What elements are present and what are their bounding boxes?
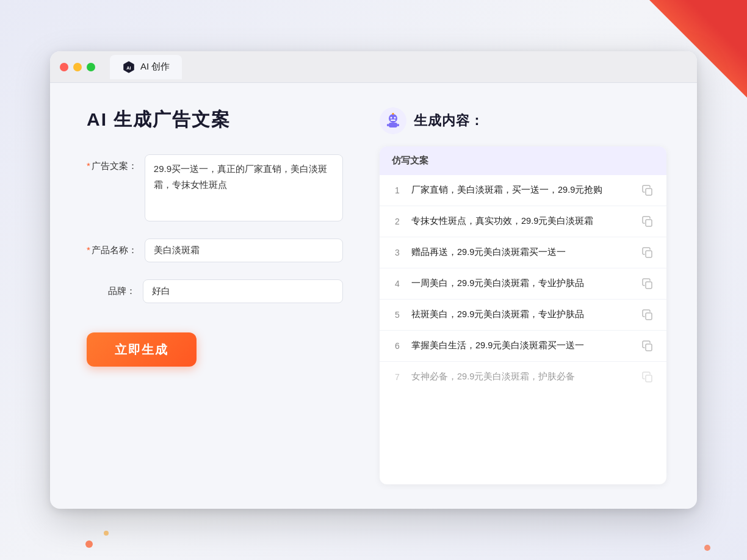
table-row: 7 女神必备，29.9元美白淡斑霜，护肤必备 <box>380 362 666 392</box>
product-name-row: *产品名称： <box>87 239 343 262</box>
row-text: 专抹女性斑点，真实功效，29.9元美白淡斑霜 <box>411 215 632 228</box>
result-title: 生成内容： <box>414 112 484 130</box>
svg-text:AI: AI <box>126 65 131 70</box>
svg-rect-15 <box>646 344 652 351</box>
table-row: 2 专抹女性斑点，真实功效，29.9元美白淡斑霜 <box>380 206 666 237</box>
table-row: 6 掌握美白生活，29.9元美白淡斑霜买一送一 <box>380 331 666 362</box>
left-panel: AI 生成广告文案 *广告文案： *产品名称： 品牌： 立 <box>87 107 343 484</box>
row-text: 厂家直销，美白淡斑霜，买一送一，29.9元抢购 <box>411 184 632 197</box>
required-star-1: * <box>87 160 90 171</box>
result-header: 生成内容： <box>380 107 666 134</box>
table-row: 1 厂家直销，美白淡斑霜，买一送一，29.9元抢购 <box>380 175 666 206</box>
copy-icon[interactable] <box>641 370 654 384</box>
svg-rect-14 <box>646 313 652 320</box>
right-panel: 生成内容： 仿写文案 1 厂家直销，美白淡斑霜，买一送一，29.9元抢购 2 专… <box>380 107 666 484</box>
ad-copy-input[interactable] <box>145 154 343 221</box>
tab-label: AI 创作 <box>140 61 170 73</box>
decorative-dot-2 <box>104 531 109 536</box>
svg-point-3 <box>394 117 396 119</box>
content-area: AI 生成广告文案 *广告文案： *产品名称： 品牌： 立 <box>50 83 697 509</box>
product-name-label: *产品名称： <box>87 239 137 256</box>
svg-rect-4 <box>391 120 395 121</box>
copy-icon[interactable] <box>641 308 654 321</box>
row-number: 5 <box>392 310 403 320</box>
table-row: 4 一周美白，29.9元美白淡斑霜，专业护肤品 <box>380 268 666 300</box>
traffic-lights <box>60 63 95 71</box>
required-star-2: * <box>87 245 90 255</box>
svg-point-2 <box>391 117 392 119</box>
browser-window: AI AI 创作 AI 生成广告文案 *广告文案： *产品名称： <box>50 51 697 509</box>
svg-rect-13 <box>646 282 652 289</box>
result-table: 仿写文案 1 厂家直销，美白淡斑霜，买一送一，29.9元抢购 2 专抹女性斑点，… <box>380 146 666 484</box>
row-text: 赠品再送，29.9元美白淡斑霜买一送一 <box>411 246 632 259</box>
brand-input[interactable] <box>143 279 343 303</box>
minimize-button[interactable] <box>73 63 82 71</box>
close-button[interactable] <box>60 63 68 71</box>
row-text: 一周美白，29.9元美白淡斑霜，专业护肤品 <box>411 277 632 290</box>
svg-rect-10 <box>646 188 652 195</box>
copy-icon[interactable] <box>641 215 654 228</box>
result-rows-container: 1 厂家直销，美白淡斑霜，买一送一，29.9元抢购 2 专抹女性斑点，真实功效，… <box>380 175 666 392</box>
svg-rect-8 <box>387 124 389 126</box>
copy-icon[interactable] <box>641 339 654 353</box>
svg-rect-9 <box>397 124 399 126</box>
table-row: 3 赠品再送，29.9元美白淡斑霜买一送一 <box>380 237 666 268</box>
ad-copy-label: *广告文案： <box>87 154 137 172</box>
decorative-dot-3 <box>704 545 710 551</box>
copy-icon[interactable] <box>641 246 654 259</box>
svg-rect-16 <box>646 375 652 382</box>
decorative-dot-1 <box>85 540 93 548</box>
table-row: 5 祛斑美白，29.9元美白淡斑霜，专业护肤品 <box>380 300 666 331</box>
tab-ai-creation[interactable]: AI AI 创作 <box>110 55 182 79</box>
copy-icon[interactable] <box>641 277 654 290</box>
row-number: 1 <box>392 185 403 195</box>
row-number: 4 <box>392 279 403 289</box>
robot-icon-wrap <box>380 107 406 134</box>
brand-row: 品牌： <box>87 279 343 303</box>
title-bar: AI AI 创作 <box>50 51 697 83</box>
row-text: 祛斑美白，29.9元美白淡斑霜，专业护肤品 <box>411 308 632 321</box>
row-number: 3 <box>392 248 403 257</box>
robot-icon <box>384 112 402 129</box>
row-number: 2 <box>392 217 403 226</box>
svg-rect-11 <box>646 220 652 226</box>
page-title: AI 生成广告文案 <box>87 107 343 132</box>
svg-rect-12 <box>646 251 652 257</box>
svg-rect-7 <box>389 123 397 127</box>
row-number: 6 <box>392 341 403 351</box>
result-table-header: 仿写文案 <box>380 146 666 175</box>
row-number: 7 <box>392 372 403 382</box>
product-name-input[interactable] <box>145 239 343 262</box>
maximize-button[interactable] <box>87 63 95 71</box>
ai-tab-icon: AI <box>122 60 135 74</box>
row-text: 女神必备，29.9元美白淡斑霜，护肤必备 <box>411 370 632 384</box>
copy-icon[interactable] <box>641 184 654 197</box>
ad-copy-row: *广告文案： <box>87 154 343 221</box>
generate-button[interactable]: 立即生成 <box>87 332 197 367</box>
row-text: 掌握美白生活，29.9元美白淡斑霜买一送一 <box>411 339 632 353</box>
svg-point-6 <box>392 113 394 115</box>
brand-label: 品牌： <box>87 279 135 297</box>
